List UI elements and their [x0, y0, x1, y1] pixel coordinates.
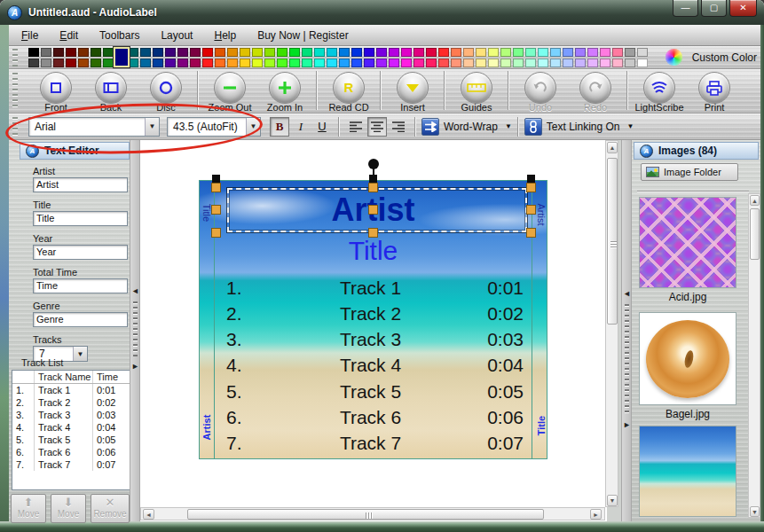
menu-item-layout[interactable]: Layout	[152, 27, 201, 44]
color-swatch[interactable]	[66, 48, 76, 57]
canvas-vertical-scrollbar[interactable]: ▲ ▼	[605, 140, 618, 507]
text-linking-dropdown[interactable]: Text Linking On ▼	[524, 118, 634, 136]
track-table-row[interactable]: 4.Track 40:04	[12, 421, 130, 434]
color-swatch[interactable]	[28, 48, 39, 57]
color-swatch[interactable]	[625, 48, 635, 57]
color-swatch[interactable]	[426, 59, 437, 67]
color-swatch[interactable]	[91, 48, 101, 57]
left-panel-splitter[interactable]: ◄ ►	[130, 140, 140, 521]
color-swatch[interactable]	[153, 59, 163, 67]
color-swatch[interactable]	[525, 59, 536, 67]
color-swatch[interactable]	[463, 59, 474, 67]
menu-item-buy[interactable]: Buy Now | Register	[248, 27, 358, 44]
scroll-up-button[interactable]: ▲	[750, 195, 760, 206]
color-swatch[interactable]	[190, 59, 201, 67]
spine-right-top-text[interactable]: Artist	[536, 188, 547, 241]
color-swatch[interactable]	[202, 48, 213, 57]
color-swatch[interactable]	[364, 48, 374, 57]
year-input[interactable]: Year	[33, 245, 128, 260]
color-swatch[interactable]	[28, 59, 39, 67]
color-swatch[interactable]	[227, 48, 238, 57]
images-scrollbar[interactable]: ▲ ▼	[748, 193, 760, 518]
maximize-button[interactable]: ▢	[701, 0, 727, 17]
title-bar[interactable]: A Untitled.aud - AudioLabel —▢✕	[0, 0, 764, 25]
color-swatch[interactable]	[41, 48, 51, 57]
resize-handle-black[interactable]	[369, 175, 377, 183]
expand-right-icon[interactable]: ►	[131, 362, 139, 371]
insert-button[interactable]: Insert	[385, 69, 440, 113]
right-panel-splitter[interactable]: ◄ ►	[621, 140, 632, 521]
chevron-down-icon[interactable]: ▼	[73, 347, 87, 361]
color-swatch[interactable]	[165, 48, 176, 57]
close-button[interactable]: ✕	[729, 0, 757, 17]
align-center-button[interactable]	[367, 117, 387, 137]
rotation-handle[interactable]	[368, 159, 379, 169]
expand-right-icon[interactable]: ►	[623, 420, 631, 429]
menu-item-help[interactable]: Help	[205, 27, 245, 44]
genre-input[interactable]: Genre	[33, 312, 128, 327]
color-swatch[interactable]	[476, 59, 486, 67]
color-swatch[interactable]	[414, 59, 424, 67]
color-swatch[interactable]	[587, 48, 598, 57]
track-table-row[interactable]: 5.Track 50:05	[12, 434, 130, 446]
color-swatch[interactable]	[103, 59, 114, 67]
color-swatch[interactable]	[500, 59, 511, 67]
track-table-row[interactable]: 7.Track 70:07	[12, 458, 130, 471]
color-swatch[interactable]	[177, 48, 188, 57]
color-swatch[interactable]	[264, 48, 275, 57]
color-swatch[interactable]	[327, 48, 337, 57]
color-swatch[interactable]	[165, 59, 176, 67]
title-input[interactable]: Title	[33, 211, 128, 226]
color-swatch[interactable]	[389, 59, 399, 67]
scroll-up-button[interactable]: ▲	[607, 142, 618, 153]
color-swatch[interactable]	[376, 59, 387, 67]
color-swatch[interactable]	[426, 48, 437, 57]
minimize-button[interactable]: —	[673, 0, 698, 17]
scroll-right-button[interactable]: ►	[590, 509, 602, 520]
artist-input[interactable]: Artist	[33, 177, 128, 192]
canvas-horizontal-scrollbar[interactable]: ◄ ►	[140, 507, 605, 520]
color-swatch[interactable]	[563, 59, 573, 67]
color-swatch[interactable]	[78, 48, 89, 57]
toolbar-gripper[interactable]	[12, 117, 18, 137]
color-swatch[interactable]	[500, 48, 511, 57]
resize-handle-orange[interactable]	[368, 205, 378, 215]
color-swatch[interactable]	[277, 59, 287, 67]
color-swatch[interactable]	[451, 48, 461, 57]
color-swatch[interactable]	[451, 59, 461, 67]
images-scroll-thumb[interactable]	[750, 208, 760, 260]
align-left-button[interactable]	[346, 117, 366, 137]
color-swatch[interactable]	[401, 59, 412, 67]
color-swatch[interactable]	[53, 59, 64, 67]
splitter-handle[interactable]	[625, 304, 629, 415]
color-swatch[interactable]	[351, 48, 362, 57]
chevron-down-icon[interactable]: ▼	[145, 118, 159, 136]
color-swatch[interactable]	[215, 59, 225, 67]
color-swatch[interactable]	[252, 48, 263, 57]
color-swatch[interactable]	[91, 59, 101, 67]
color-wheel-icon[interactable]	[666, 49, 682, 66]
scroll-down-button[interactable]: ▼	[750, 506, 760, 517]
color-swatch[interactable]	[41, 59, 51, 67]
vertical-scroll-thumb[interactable]	[607, 158, 618, 325]
color-swatch[interactable]	[414, 48, 424, 57]
color-swatch[interactable]	[612, 48, 623, 57]
spine-left-bottom-text[interactable]: Artist	[201, 401, 212, 454]
color-swatch[interactable]	[264, 59, 275, 67]
label-track-row[interactable]: 3.Track 30:03	[214, 328, 532, 350]
menu-item-edit[interactable]: Edit	[51, 27, 87, 44]
color-swatch[interactable]	[438, 48, 449, 57]
font-size-combobox[interactable]: 43.5 (AutoFit) ▼	[167, 117, 261, 137]
color-swatch[interactable]	[550, 59, 561, 67]
color-swatch[interactable]	[637, 59, 648, 67]
menu-item-file[interactable]: File	[12, 27, 47, 44]
track-table-row[interactable]: 2.Track 20:02	[12, 396, 130, 409]
image-folder-button[interactable]: Image Folder	[641, 163, 738, 181]
color-swatch[interactable]	[140, 59, 151, 67]
guides-button[interactable]: Guides	[449, 69, 504, 113]
color-swatch[interactable]	[575, 59, 586, 67]
label-track-row[interactable]: 1.Track 10:01	[214, 277, 532, 299]
color-swatch[interactable]	[277, 48, 287, 57]
color-swatch[interactable]	[513, 59, 524, 67]
color-swatch[interactable]	[240, 59, 250, 67]
